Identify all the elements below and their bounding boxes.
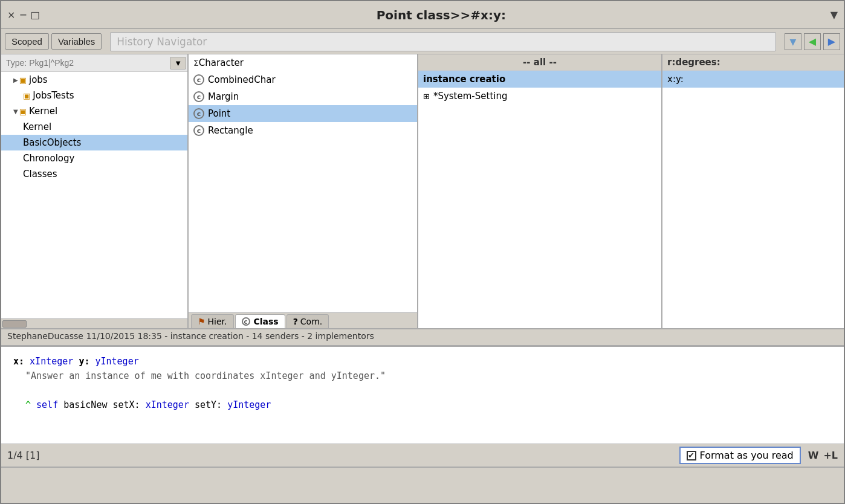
- maximize-button[interactable]: □: [31, 9, 40, 21]
- method-panel: r:degrees: x:y:: [662, 54, 844, 328]
- tab-class[interactable]: c Class: [235, 314, 285, 328]
- format-checkbox-area[interactable]: ✔ Format as you read: [679, 447, 801, 464]
- close-button[interactable]: ×: [7, 9, 15, 21]
- package-filter-dropdown[interactable]: ▼: [170, 57, 186, 69]
- circle-c-icon-combinedchar: c: [193, 74, 204, 85]
- folder-icon-jobs: ▣: [19, 76, 27, 85]
- left-arrow-icon: ◀: [809, 36, 816, 47]
- tree-item-basicobjects[interactable]: BasicObjects: [1, 135, 187, 150]
- tree-arrow-jobs: ▶: [13, 77, 18, 83]
- tree-label-chronology: Chronology: [23, 153, 74, 164]
- tree-item-kernel[interactable]: Kernel: [1, 119, 187, 135]
- code-yinteger-1: yInteger: [95, 356, 138, 367]
- folder-icon-jobstests: ▣: [23, 91, 30, 100]
- page-indicator: 1/4 [1]: [7, 450, 40, 461]
- down-arrow-icon: ▼: [790, 37, 797, 47]
- right-arrow-icon: ▶: [828, 36, 835, 47]
- main-window: × − □ Point class>>#x:y: ▼ Scoped Variab…: [0, 0, 845, 504]
- selector-item-instance-creation[interactable]: instance creatio: [418, 71, 661, 88]
- selector-item-system-setting[interactable]: ⊞ *System-Setting: [418, 88, 661, 105]
- class-label-character: Character: [199, 57, 244, 68]
- selector-items: instance creatio ⊞ *System-Setting: [418, 71, 661, 328]
- circle-c-icon-margin: c: [193, 91, 204, 102]
- package-tree-list: ▶ ▣ jobs ▣ JobsTests ▼ ▣ Kernel: [1, 72, 187, 318]
- w-button[interactable]: W: [808, 450, 819, 461]
- tree-arrow-kernel: ▼: [13, 108, 18, 115]
- class-label-point: Point: [208, 108, 230, 119]
- method-items: x:y:: [662, 71, 844, 328]
- tree-label-classes: Classes: [23, 169, 57, 179]
- tree-scrollbar-thumb[interactable]: [2, 320, 27, 328]
- code-editor[interactable]: x: xInteger y: yInteger "Answer an insta…: [1, 346, 844, 467]
- class-tabs-bar: ⚑ Hier. c Class ? Com.: [189, 312, 417, 328]
- class-list: Σ Character c CombinedChar c Margin: [189, 54, 417, 312]
- code-self: self: [36, 399, 58, 410]
- tab-class-label: Class: [254, 317, 279, 326]
- tree-label-jobstests: JobsTests: [33, 90, 74, 101]
- method-header: r:degrees:: [662, 54, 844, 71]
- code-sety: setY:: [195, 399, 227, 410]
- folder-open-icon-kernel: ▣: [19, 107, 27, 116]
- title-dropdown-arrow[interactable]: ▼: [830, 9, 838, 21]
- right-panels: -- all -- instance creatio ⊞ *System-Set…: [418, 54, 844, 328]
- package-tree-panel: ▼ ▶ ▣ jobs ▣ JobsTests: [1, 54, 189, 328]
- selector-item-label-instance-creation: instance creatio: [423, 74, 505, 85]
- circle-c-tab-icon: c: [242, 317, 250, 326]
- code-xinteger-2: xInteger: [146, 399, 189, 410]
- code-line-2: "Answer an instance of me with coordinat…: [13, 369, 832, 383]
- history-forward-arrow[interactable]: ▶: [823, 33, 840, 50]
- package-filter-row: ▼: [1, 54, 187, 72]
- sigma-icon-character: Σ: [193, 58, 199, 68]
- tab-com-label: Com.: [300, 317, 322, 326]
- tree-item-classes[interactable]: Classes: [1, 166, 187, 182]
- tab-com[interactable]: ? Com.: [287, 314, 329, 328]
- variables-button[interactable]: Variables: [51, 33, 102, 50]
- grid-icon-system-setting: ⊞: [423, 92, 430, 101]
- caret-icon: ^: [25, 399, 31, 410]
- code-line-3-blank: [13, 383, 832, 398]
- class-item-combinedchar[interactable]: c CombinedChar: [189, 71, 417, 88]
- window-title: Point class>>#x:y:: [52, 8, 830, 22]
- toolbar: Scoped Variables History Navigator ▼ ◀ ▶: [1, 29, 844, 54]
- tree-item-chronology[interactable]: Chronology: [1, 150, 187, 166]
- format-checkbox[interactable]: ✔: [687, 451, 696, 460]
- bottom-bar: 1/4 [1] ✔ Format as you read W +L: [1, 444, 844, 467]
- tree-item-jobs[interactable]: ▶ ▣ jobs: [1, 72, 187, 88]
- code-comment: "Answer an instance of me with coordinat…: [25, 370, 386, 381]
- method-item-xy[interactable]: x:y:: [662, 71, 844, 88]
- history-back-arrow[interactable]: ◀: [804, 33, 821, 50]
- tree-label-basicobjects: BasicObjects: [23, 137, 81, 148]
- class-item-point[interactable]: c Point: [189, 105, 417, 122]
- tree-label-jobs: jobs: [29, 74, 48, 85]
- format-label: Format as you read: [700, 450, 794, 461]
- history-navigator-input[interactable]: History Navigator: [110, 32, 776, 51]
- scoped-button[interactable]: Scoped: [5, 33, 49, 50]
- code-xinteger-1: xInteger: [30, 356, 73, 367]
- class-label-rectangle: Rectangle: [208, 125, 253, 136]
- window-controls: × − □: [7, 9, 40, 21]
- class-item-margin[interactable]: c Margin: [189, 88, 417, 105]
- code-x-keyword: x:: [13, 356, 24, 367]
- code-line-3: ^ self basicNew setX: xInteger setY: yIn…: [13, 398, 832, 412]
- selector-panel: -- all -- instance creatio ⊞ *System-Set…: [418, 54, 662, 328]
- selector-item-label-system-setting: *System-Setting: [433, 91, 508, 102]
- tab-hier[interactable]: ⚑ Hier.: [191, 314, 234, 328]
- class-list-panel: Σ Character c CombinedChar c Margin: [189, 54, 418, 328]
- tree-item-kernel-folder[interactable]: ▼ ▣ Kernel: [1, 103, 187, 119]
- circle-c-icon-point: c: [193, 108, 204, 119]
- class-item-rectangle[interactable]: c Rectangle: [189, 122, 417, 139]
- plus-l-button[interactable]: +L: [823, 450, 838, 461]
- minimize-button[interactable]: −: [19, 9, 27, 21]
- code-y-keyword: y:: [79, 356, 89, 367]
- package-filter-input[interactable]: [2, 56, 170, 70]
- class-label-margin: Margin: [208, 91, 239, 102]
- tree-item-jobstests[interactable]: ▣ JobsTests: [1, 88, 187, 103]
- class-item-character[interactable]: Σ Character: [189, 54, 417, 71]
- tree-label-kernel-folder: Kernel: [29, 106, 57, 117]
- question-icon: ?: [293, 317, 298, 326]
- tree-horizontal-scrollbar[interactable]: [1, 318, 187, 328]
- history-down-arrow[interactable]: ▼: [785, 33, 801, 50]
- hier-icon: ⚑: [198, 317, 206, 326]
- navigation-arrows: ▼ ◀ ▶: [785, 33, 840, 50]
- main-content: ▼ ▶ ▣ jobs ▣ JobsTests: [1, 54, 844, 467]
